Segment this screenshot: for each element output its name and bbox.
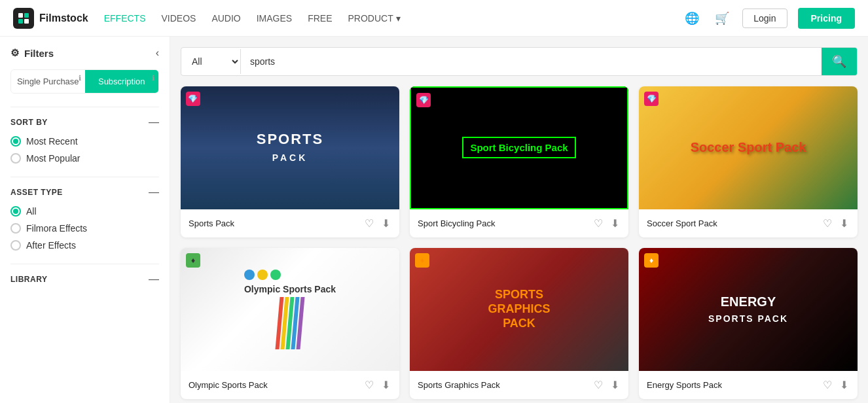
subscription-option[interactable]: ℹ Subscription bbox=[85, 70, 159, 93]
asset-filmora[interactable]: Filmora Effects bbox=[10, 223, 159, 234]
search-bar: All Effects Videos Audio Images 🔍 bbox=[181, 47, 858, 76]
nav-images[interactable]: IMAGES bbox=[257, 13, 292, 24]
search-input[interactable] bbox=[241, 50, 822, 73]
library-toggle[interactable]: — bbox=[149, 273, 159, 285]
subscription-info-icon: ℹ bbox=[152, 74, 154, 82]
card-thumb-sports-pack[interactable]: 💎 SPORTSPACK bbox=[181, 86, 399, 209]
download-button-soccer-pack[interactable]: ⬇ bbox=[839, 216, 850, 231]
card-thumb-bicycling-pack[interactable]: 💎 Sport Bicycling Pack bbox=[410, 86, 628, 209]
card-title-energy-pack: Energy Sports Pack bbox=[647, 380, 816, 390]
card-bicycling-pack: 💎 Sport Bicycling Pack Sport Bicycling P… bbox=[410, 86, 628, 237]
card-thumb-olympic-pack[interactable]: ♦ Olympic Sports Pack bbox=[181, 248, 399, 371]
pricing-button[interactable]: Pricing bbox=[798, 8, 855, 29]
card-title-bicycling-pack: Sport Bicycling Pack bbox=[418, 219, 587, 228]
main-layout: ⚙ Filters ‹ ℹ Single Purchase ℹ Subscrip… bbox=[0, 37, 868, 403]
like-button-graphics-pack[interactable]: ♡ bbox=[592, 377, 604, 393]
like-button-sports-pack[interactable]: ♡ bbox=[363, 216, 375, 231]
asset-type-section: ASSET TYPE — All Filmora Effects After E… bbox=[10, 177, 159, 251]
card-badge-energy-pack: ♦ bbox=[644, 253, 659, 268]
chevron-down-icon bbox=[396, 13, 401, 24]
asset-all[interactable]: All bbox=[10, 206, 159, 217]
download-button-graphics-pack[interactable]: ⬇ bbox=[609, 377, 621, 393]
logo-icon bbox=[13, 8, 34, 29]
search-button[interactable]: 🔍 bbox=[822, 48, 857, 75]
nav-product[interactable]: PRODUCT bbox=[348, 13, 401, 24]
sort-most-popular[interactable]: Most Popular bbox=[10, 153, 159, 164]
nav: EFFECTS VIDEOS AUDIO IMAGES FREE PRODUCT bbox=[104, 13, 667, 24]
search-category-select[interactable]: All Effects Videos Audio Images bbox=[181, 49, 241, 74]
nav-effects[interactable]: EFFECTS bbox=[104, 13, 146, 24]
single-purchase-option[interactable]: ℹ Single Purchase bbox=[11, 70, 85, 93]
card-actions-soccer-pack: ♡ ⬇ bbox=[822, 216, 850, 231]
download-button-olympic-pack[interactable]: ⬇ bbox=[380, 377, 391, 393]
download-button-bicycling-pack[interactable]: ⬇ bbox=[609, 216, 621, 231]
sort-by-header: SORT BY — bbox=[10, 116, 159, 128]
card-footer-bicycling-pack: Sport Bicycling Pack ♡ ⬇ bbox=[410, 209, 628, 237]
cart-icon[interactable]: 🛒 bbox=[712, 9, 732, 28]
sort-by-section: SORT BY — Most Recent Most Popular bbox=[10, 107, 159, 164]
main-content: All Effects Videos Audio Images 🔍 💎 SPOR… bbox=[170, 37, 868, 403]
logo-text: Filmstock bbox=[39, 12, 88, 24]
download-button-sports-pack[interactable]: ⬇ bbox=[380, 216, 391, 231]
card-actions-olympic-pack: ♡ ⬇ bbox=[363, 377, 391, 393]
card-sports-pack: 💎 SPORTSPACK Sports Pack ♡ ⬇ bbox=[181, 86, 399, 237]
library-title: LIBRARY bbox=[10, 275, 47, 284]
card-thumb-text-energy: ENERGYSPORTS PACK bbox=[708, 294, 788, 325]
most-recent-radio[interactable] bbox=[10, 136, 21, 147]
svg-rect-1 bbox=[24, 13, 29, 18]
sidebar-header: ⚙ Filters ‹ bbox=[10, 47, 159, 59]
all-radio[interactable] bbox=[10, 206, 21, 217]
login-button[interactable]: Login bbox=[742, 9, 787, 28]
most-popular-radio[interactable] bbox=[10, 153, 21, 164]
sort-by-toggle[interactable]: — bbox=[149, 116, 159, 128]
card-footer-sports-pack: Sports Pack ♡ ⬇ bbox=[181, 209, 399, 237]
card-thumb-text-bicycling: Sport Bicycling Pack bbox=[462, 137, 575, 158]
card-soccer-pack: 💎 Soccer Sport Pack Soccer Sport Pack ♡ … bbox=[639, 86, 858, 237]
card-title-olympic-pack: Olympic Sports Pack bbox=[189, 380, 358, 390]
card-title-graphics-pack: Sports Graphics Pack bbox=[418, 380, 587, 390]
svg-rect-3 bbox=[24, 19, 29, 24]
after-effects-radio[interactable] bbox=[10, 240, 21, 251]
like-button-soccer-pack[interactable]: ♡ bbox=[822, 216, 833, 231]
filmora-radio[interactable] bbox=[10, 223, 21, 234]
card-actions-sports-pack: ♡ ⬇ bbox=[363, 216, 391, 231]
card-actions-bicycling-pack: ♡ ⬇ bbox=[592, 216, 621, 231]
nav-free[interactable]: FREE bbox=[308, 13, 332, 24]
header-right: 🌐 🛒 Login Pricing bbox=[682, 8, 855, 29]
card-title-sports-pack: Sports Pack bbox=[189, 219, 358, 228]
card-thumb-text-sports-pack: SPORTSPACK bbox=[257, 131, 323, 166]
nav-audio[interactable]: AUDIO bbox=[211, 13, 240, 24]
card-thumb-energy-pack[interactable]: ♦ ENERGYSPORTS PACK bbox=[639, 248, 858, 371]
card-thumb-text-olympic: Olympic Sports Pack bbox=[244, 270, 336, 349]
card-graphics-pack: ♦ SPORTSGRAPHICSPACK Sports Graphics Pac… bbox=[410, 248, 628, 399]
sidebar: ⚙ Filters ‹ ℹ Single Purchase ℹ Subscrip… bbox=[0, 37, 170, 403]
asset-after-effects[interactable]: After Effects bbox=[10, 240, 159, 251]
single-purchase-info-icon: ℹ bbox=[79, 74, 81, 82]
card-thumb-text-graphics: SPORTSGRAPHICSPACK bbox=[488, 288, 550, 330]
header: Filmstock EFFECTS VIDEOS AUDIO IMAGES FR… bbox=[0, 0, 868, 37]
asset-type-title: ASSET TYPE bbox=[10, 188, 63, 197]
nav-videos[interactable]: VIDEOS bbox=[161, 13, 196, 24]
logo[interactable]: Filmstock bbox=[13, 8, 88, 29]
card-thumb-graphics-pack[interactable]: ♦ SPORTSGRAPHICSPACK bbox=[410, 248, 628, 371]
collapse-sidebar-button[interactable]: ‹ bbox=[156, 47, 159, 59]
search-icon: 🔍 bbox=[832, 55, 846, 68]
download-button-energy-pack[interactable]: ⬇ bbox=[839, 377, 850, 393]
card-badge-olympic-pack: ♦ bbox=[186, 253, 200, 268]
sort-by-title: SORT BY bbox=[10, 118, 48, 127]
purchase-toggle: ℹ Single Purchase ℹ Subscription bbox=[10, 69, 159, 94]
library-header: LIBRARY — bbox=[10, 273, 159, 285]
svg-rect-0 bbox=[18, 13, 23, 18]
filter-icon: ⚙ bbox=[10, 47, 19, 59]
card-badge-graphics-pack: ♦ bbox=[415, 253, 429, 268]
globe-icon[interactable]: 🌐 bbox=[682, 9, 702, 28]
card-footer-energy-pack: Energy Sports Pack ♡ ⬇ bbox=[639, 371, 858, 399]
sort-most-recent[interactable]: Most Recent bbox=[10, 136, 159, 147]
card-title-soccer-pack: Soccer Sport Pack bbox=[647, 219, 816, 228]
asset-type-toggle[interactable]: — bbox=[149, 186, 159, 198]
card-thumb-soccer-pack[interactable]: 💎 Soccer Sport Pack bbox=[639, 86, 858, 209]
like-button-olympic-pack[interactable]: ♡ bbox=[363, 377, 375, 393]
like-button-bicycling-pack[interactable]: ♡ bbox=[592, 216, 604, 231]
card-footer-olympic-pack: Olympic Sports Pack ♡ ⬇ bbox=[181, 371, 399, 399]
like-button-energy-pack[interactable]: ♡ bbox=[822, 377, 833, 393]
